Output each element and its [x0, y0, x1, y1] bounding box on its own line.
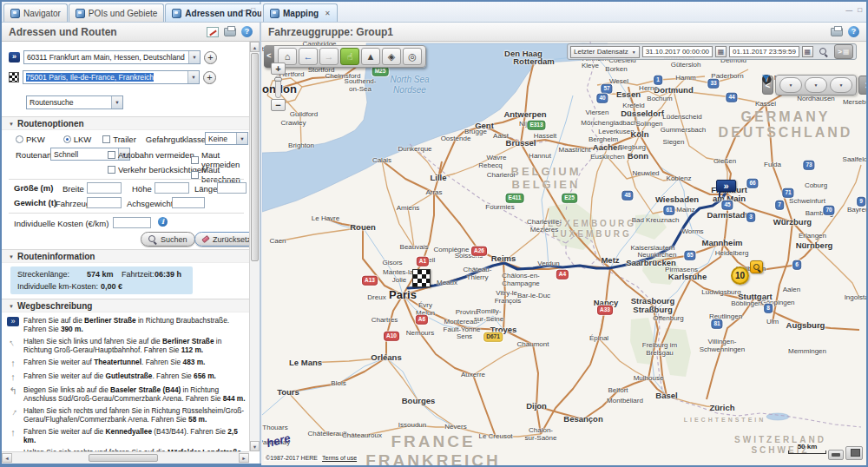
- maximize-view-icon[interactable]: □: [858, 6, 862, 15]
- minimize-view-icon[interactable]: —: [845, 6, 852, 15]
- radio-pkw[interactable]: [16, 135, 23, 143]
- routes-form: » 60311 Frankfurt am Main, Hessen, Deuts…: [2, 42, 251, 451]
- edit-route-icon[interactable]: [207, 27, 219, 37]
- minimize-view-icon[interactable]: —: [239, 6, 246, 15]
- forward-button[interactable]: →: [319, 48, 339, 65]
- date-to-input[interactable]: 01.11.2017 23:59:59: [729, 46, 799, 57]
- kosten-input[interactable]: [113, 217, 151, 228]
- direction-step[interactable]: ↰Biegen Sie links ab auf die Baseler Str…: [7, 385, 248, 403]
- zuruecksetzen-button[interactable]: Zurücksetzen: [194, 232, 251, 247]
- zoom-in-button[interactable]: +: [271, 62, 286, 75]
- direction-step[interactable]: ↑Fahren Sie weiter auf Theatertunnel. Fa…: [7, 358, 248, 368]
- section-title: Wegbeschreibung: [17, 301, 93, 311]
- hoehe-input[interactable]: [155, 182, 189, 194]
- direction-step[interactable]: »Fahren Sie auf die Berliner Straße in R…: [7, 316, 248, 333]
- vertical-scrollbar[interactable]: ▲ ▼: [249, 42, 260, 451]
- suchen-button[interactable]: Suchen: [141, 232, 195, 247]
- fahrzeug-input[interactable]: [87, 197, 122, 208]
- straight-maneuver-icon: ↑: [7, 358, 19, 368]
- horizontal-scrollbar[interactable]: ◄ ►: [2, 451, 249, 464]
- direction-step[interactable]: ↑Halten Sie sich rechts und fahren Sie i…: [7, 406, 248, 424]
- scroll-right-icon[interactable]: ►: [239, 453, 249, 463]
- print-icon[interactable]: [831, 28, 843, 36]
- destination-address-combobox[interactable]: 75001 Paris, Ile-de-France, Frankreich ▼: [23, 70, 200, 84]
- map-city-label: Le Creusot: [478, 433, 512, 441]
- vertical-scrollbar-thumb[interactable]: [251, 53, 259, 261]
- tab-mapping[interactable]: Mapping ✕: [263, 3, 338, 22]
- dropdown-arrow-icon[interactable]: ▼: [188, 51, 200, 63]
- back-button[interactable]: ←: [299, 48, 318, 65]
- scroll-up-icon[interactable]: ▲: [250, 42, 260, 52]
- poi-pins-button[interactable]: ▼: [805, 77, 827, 93]
- filter-expand-button[interactable]: >: [858, 76, 866, 95]
- info-icon[interactable]: i: [158, 217, 168, 227]
- direction-step[interactable]: ↑Fahren Sie weiter auf die Kennedyallee …: [7, 427, 248, 444]
- checkbox-maut-vermeiden[interactable]: [191, 156, 199, 164]
- scroll-down-icon[interactable]: ▼: [250, 441, 260, 451]
- maximize-view-icon[interactable]: □: [251, 6, 255, 15]
- dropdown-arrow-icon[interactable]: ▼: [236, 133, 247, 144]
- gefahrgutklasse-select[interactable]: Keine ▼: [205, 132, 248, 145]
- section-wegbeschreibung[interactable]: ▼Wegbeschreibung: [2, 299, 251, 312]
- zoom-out-button[interactable]: −: [271, 99, 286, 111]
- map-canvas[interactable]: GERMANY DEUTSCHLANDFRANCE FRANKREICHBELG…: [262, 42, 866, 465]
- direction-step[interactable]: ↑Halten Sie sich links und fahren Sie au…: [7, 337, 248, 354]
- globe-layers-button[interactable]: ▼: [779, 77, 802, 93]
- tab-pois-und-gebiete[interactable]: POIs und Gebiete: [69, 3, 165, 22]
- dropdown-arrow-icon: ▼: [839, 82, 844, 88]
- terms-of-use-link[interactable]: Terms of use: [322, 455, 357, 461]
- vehicle-marker[interactable]: [750, 260, 763, 273]
- dataset-mode-dropdown[interactable]: Letzter Datensatz ▼: [570, 46, 640, 58]
- overview-map-button[interactable]: [828, 450, 844, 460]
- start-address-combobox[interactable]: 60311 Frankfurt am Main, Hessen, Deutsch…: [23, 50, 201, 64]
- direction-text: Halten Sie sich links und fahren Sie auf…: [23, 337, 248, 354]
- route-destination-marker[interactable]: [412, 269, 431, 287]
- dropdown-arrow-icon[interactable]: ▼: [111, 96, 122, 109]
- date-search-button[interactable]: [816, 45, 832, 58]
- checkbox-trailer[interactable]: [102, 135, 110, 143]
- map-city-label: Crawley: [281, 120, 306, 128]
- checkbox-maut-berechnen[interactable]: [191, 171, 199, 179]
- achsgewicht-input[interactable]: [172, 197, 205, 208]
- add-start-waypoint-button[interactable]: +: [204, 51, 217, 64]
- checkbox-autobahn-vermeiden[interactable]: [108, 151, 115, 159]
- section-routenoptionen[interactable]: ▼Routenoptionen: [2, 116, 251, 130]
- radio-lkw[interactable]: [63, 135, 71, 143]
- fahrtzeit-value: 06:39 h: [155, 270, 181, 279]
- add-destination-waypoint-button[interactable]: +: [203, 71, 216, 84]
- scroll-left-icon[interactable]: ◄: [2, 453, 12, 463]
- checkbox-verkehr-beruecksichtigen[interactable]: [108, 166, 115, 174]
- zoom-slider[interactable]: [275, 76, 281, 98]
- help-icon[interactable]: ?: [848, 26, 859, 37]
- sea-label: North Sea Nordsee: [390, 75, 429, 95]
- tab-navigator[interactable]: Navigator: [3, 3, 68, 22]
- dropdown-arrow-icon[interactable]: ▼: [187, 71, 199, 83]
- map-road-shield: 70: [823, 206, 834, 215]
- zoom-box-tool-button[interactable]: ◈: [382, 48, 401, 65]
- expand-datebar-button[interactable]: >▦: [834, 44, 853, 59]
- zoom-slider-thumb[interactable]: [274, 77, 282, 82]
- vehicle-cluster-marker[interactable]: 10: [731, 266, 749, 285]
- destination-point-icon: [9, 72, 19, 82]
- print-icon[interactable]: [224, 28, 236, 36]
- map-city-label: Gütersloh: [671, 62, 701, 69]
- close-tab-icon[interactable]: ✕: [325, 10, 331, 17]
- minimap-toggle-button[interactable]: [845, 446, 863, 460]
- calendar-from-icon[interactable]: ▦: [715, 46, 727, 57]
- measure-tool-button[interactable]: ▲: [361, 48, 380, 65]
- info-layers-button[interactable]: i ▼: [830, 77, 852, 93]
- direction-step[interactable]: ↑Fahren Sie weiter auf die Gutleutstraße…: [7, 372, 248, 382]
- route-start-marker[interactable]: »: [716, 180, 736, 192]
- compass-tool-button[interactable]: ◎: [403, 48, 422, 65]
- map-city-label: Memmingen: [788, 348, 826, 356]
- date-from-input[interactable]: 31.10.2017 00:00:00: [642, 46, 713, 57]
- breite-input[interactable]: [87, 182, 122, 194]
- calendar-to-icon[interactable]: ▦: [802, 46, 813, 57]
- section-routeninformation[interactable]: ▼Routeninformation: [2, 249, 251, 263]
- pan-tool-button[interactable]: ☝: [340, 48, 359, 65]
- horizontal-scrollbar-thumb[interactable]: [89, 454, 158, 462]
- map-road-shield: 7: [775, 201, 784, 210]
- laenge-input[interactable]: [217, 182, 247, 194]
- routensuche-dropdown[interactable]: Routensuche ▼: [26, 95, 123, 109]
- help-icon[interactable]: ?: [241, 26, 253, 37]
